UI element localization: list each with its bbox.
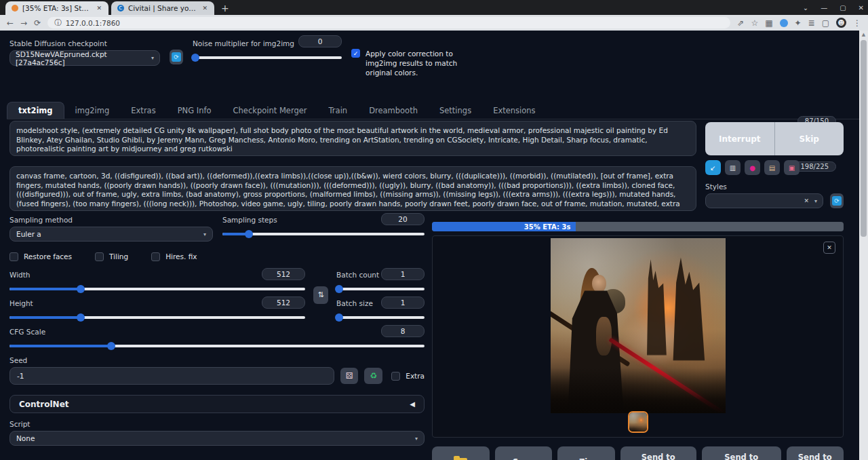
save-style-button[interactable]: ▣ bbox=[784, 160, 800, 175]
reading-list-icon[interactable]: ≣ bbox=[808, 18, 815, 28]
extension-blue-icon[interactable] bbox=[780, 19, 788, 27]
tab-img2img[interactable]: img2img bbox=[64, 102, 121, 119]
site-info-icon[interactable]: ⓘ bbox=[54, 18, 62, 28]
refresh-icon: ⟳ bbox=[172, 52, 181, 62]
refresh-styles-button[interactable]: ⟳ bbox=[830, 193, 844, 208]
browser-tab-civitai[interactable]: C Civitai | Share your models ✕ bbox=[111, 1, 214, 15]
sampling-method-dropdown[interactable]: Euler a ▾ bbox=[9, 227, 213, 242]
clear-prompt-button[interactable]: ▥ bbox=[725, 160, 741, 175]
bookmark-star-icon[interactable]: ☆ bbox=[751, 18, 758, 28]
styles-dropdown[interactable]: ✕ ▾ bbox=[705, 193, 823, 208]
negative-prompt-textarea[interactable]: canvas frame, cartoon, 3d, ((disfigured)… bbox=[9, 166, 696, 211]
send-to-inpaint-button[interactable]: Send to inpaint bbox=[702, 446, 781, 460]
extra-seed-label: Extra bbox=[406, 371, 425, 381]
checkbox-box[interactable] bbox=[391, 372, 400, 381]
paste-params-button[interactable]: ↙ bbox=[705, 160, 721, 175]
tab-close-icon[interactable]: ✕ bbox=[95, 5, 103, 12]
extension-grid-icon[interactable]: ▦ bbox=[765, 18, 772, 28]
script-dropdown[interactable]: None ▾ bbox=[9, 431, 425, 446]
width-label: Width bbox=[9, 271, 31, 279]
extensions-puzzle-icon[interactable]: ✦ bbox=[795, 18, 802, 28]
close-gallery-button[interactable]: ✕ bbox=[823, 242, 835, 254]
hires-fix-checkbox[interactable]: Hires. fix bbox=[151, 252, 197, 261]
chrome-chevron-icon[interactable]: ⌄ bbox=[803, 4, 808, 12]
tab-txt2img[interactable]: txt2img bbox=[7, 102, 64, 119]
cfg-scale-input[interactable]: 8 bbox=[381, 325, 425, 337]
seed-input[interactable]: -1 bbox=[9, 367, 334, 385]
checkbox-box[interactable] bbox=[95, 252, 104, 261]
browser-menu-icon[interactable]: ⋮ bbox=[853, 18, 861, 28]
profile-avatar[interactable]: ☻ bbox=[836, 18, 846, 28]
batch-count-label: Batch count bbox=[336, 271, 379, 279]
interrupt-button[interactable]: Interrupt bbox=[705, 122, 774, 155]
open-folder-button[interactable] bbox=[432, 446, 490, 460]
color-correction-label: Apply color correction to img2img result… bbox=[366, 49, 470, 78]
window-minimize-button[interactable]: — bbox=[821, 4, 827, 12]
extra-networks-button[interactable]: ● bbox=[745, 160, 760, 175]
window-close-button[interactable]: ✕ bbox=[859, 4, 864, 12]
batch-count-input[interactable]: 1 bbox=[381, 268, 425, 280]
skip-button[interactable]: Skip bbox=[775, 122, 844, 155]
window-restore-button[interactable]: ▢ bbox=[840, 4, 846, 12]
save-button[interactable]: Save bbox=[495, 446, 553, 460]
color-correction-checkbox[interactable]: ✓ bbox=[351, 49, 360, 58]
width-slider[interactable] bbox=[9, 288, 305, 290]
tab-checkpoint-merger[interactable]: Checkpoint Merger bbox=[222, 102, 318, 119]
generated-image[interactable] bbox=[551, 238, 726, 413]
apply-styles-button[interactable]: ▤ bbox=[764, 160, 780, 175]
scrollbar-thumb[interactable] bbox=[861, 40, 867, 237]
checkbox-box[interactable] bbox=[151, 252, 160, 261]
refresh-checkpoints-button[interactable]: ⟳ bbox=[170, 50, 183, 64]
reuse-seed-button[interactable]: ♻ bbox=[364, 368, 382, 384]
send-to-extras-button[interactable]: Send to extras bbox=[787, 446, 844, 460]
side-panel-icon[interactable]: ▢ bbox=[822, 18, 829, 28]
reload-icon[interactable]: ⟳ bbox=[34, 18, 41, 28]
tab-close-icon[interactable]: ✕ bbox=[201, 5, 209, 12]
restore-faces-checkbox[interactable]: Restore faces bbox=[9, 252, 72, 261]
random-seed-button[interactable]: ⚄ bbox=[340, 368, 359, 384]
address-bar[interactable]: ⓘ 127.0.0.1:7860 bbox=[47, 17, 730, 28]
tab-png-info[interactable]: PNG Info bbox=[167, 102, 222, 119]
sampling-steps-slider[interactable] bbox=[222, 233, 425, 235]
tiling-checkbox[interactable]: Tiling bbox=[95, 252, 128, 261]
gradio-favicon bbox=[12, 5, 18, 12]
back-icon[interactable]: ← bbox=[7, 18, 14, 28]
tab-settings[interactable]: Settings bbox=[429, 102, 482, 119]
sampling-steps-input[interactable]: 20 bbox=[381, 213, 425, 225]
share-icon[interactable]: ⇗ bbox=[737, 18, 744, 28]
cfg-scale-label: CFG Scale bbox=[9, 328, 45, 336]
noise-multiplier-input[interactable]: 0 bbox=[298, 35, 342, 47]
send-to-img2img-button[interactable]: Send to img2img bbox=[620, 446, 697, 460]
tab-extras[interactable]: Extras bbox=[120, 102, 166, 119]
height-slider[interactable] bbox=[9, 316, 305, 319]
extra-seed-checkbox[interactable]: Extra bbox=[391, 371, 425, 381]
controlnet-accordion[interactable]: ControlNet ◀ bbox=[9, 395, 425, 413]
checkpoint-dropdown[interactable]: SD15NewVAEpruned.ckpt [27a4ac756c] ▾ bbox=[9, 50, 160, 66]
tab-train[interactable]: Train bbox=[318, 102, 359, 119]
styles-label: Styles bbox=[705, 183, 844, 191]
tab-extensions[interactable]: Extensions bbox=[482, 102, 546, 119]
gallery-thumbnail[interactable] bbox=[628, 411, 648, 433]
browser-tab-stable-diffusion[interactable]: [35% ETA: 3s] Stable Diffusion ✕ bbox=[5, 1, 108, 15]
batch-size-slider[interactable] bbox=[336, 316, 425, 319]
cfg-scale-slider[interactable] bbox=[9, 345, 425, 347]
scroll-up-icon[interactable]: ▲ bbox=[859, 32, 868, 37]
progress-bar: 35% ETA: 3s bbox=[432, 222, 844, 231]
forward-icon[interactable]: → bbox=[20, 18, 27, 28]
tab-dreambooth[interactable]: Dreambooth bbox=[358, 102, 429, 119]
page-scrollbar[interactable]: ▲ bbox=[859, 31, 868, 460]
height-input[interactable]: 512 bbox=[262, 296, 305, 309]
webui-page: Stable Diffusion checkpoint SD15NewVAEpr… bbox=[0, 31, 859, 460]
browser-toolbar: ← → ⟳ ⓘ 127.0.0.1:7860 ⇗ ☆ ▦ ✦ ≣ ▢ ☻ ⋮ bbox=[0, 15, 868, 31]
clear-styles-icon[interactable]: ✕ bbox=[804, 197, 809, 204]
noise-multiplier-slider[interactable] bbox=[193, 56, 342, 59]
swap-dimensions-button[interactable]: ⇅ bbox=[313, 286, 328, 304]
zip-button[interactable]: Zip bbox=[557, 446, 615, 460]
batch-count-slider[interactable] bbox=[336, 288, 425, 290]
checkbox-box[interactable] bbox=[9, 252, 18, 261]
chevron-down-icon: ▾ bbox=[415, 436, 418, 442]
width-input[interactable]: 512 bbox=[262, 268, 305, 280]
batch-size-input[interactable]: 1 bbox=[381, 296, 425, 309]
prompt-textarea[interactable]: modelshoot style, (extremely detailed CG… bbox=[9, 121, 696, 156]
new-tab-button[interactable]: + bbox=[221, 3, 229, 15]
